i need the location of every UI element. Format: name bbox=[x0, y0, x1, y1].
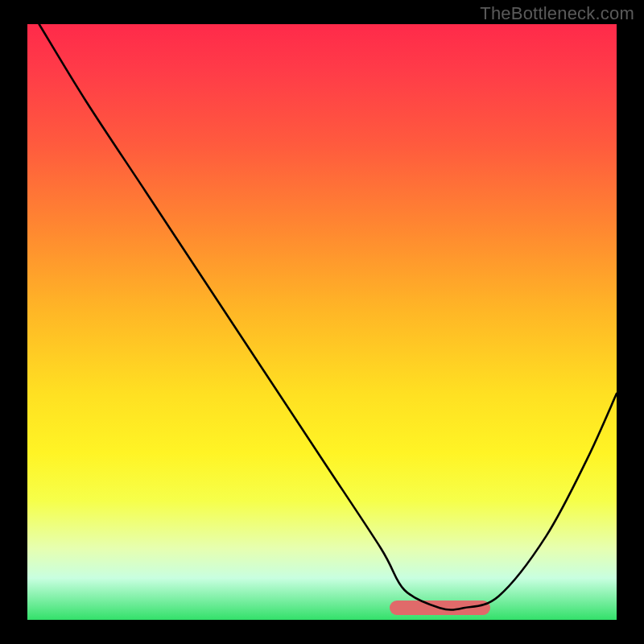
plot-area bbox=[27, 24, 617, 620]
chart-frame: TheBottleneck.com bbox=[0, 0, 644, 644]
bottleneck-curve bbox=[27, 24, 617, 620]
watermark-text: TheBottleneck.com bbox=[480, 3, 634, 24]
